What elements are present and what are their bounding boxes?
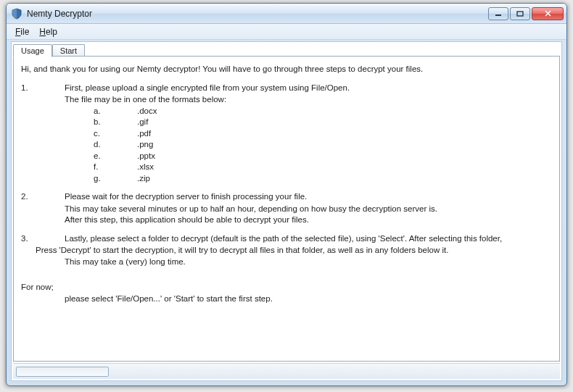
minimize-icon <box>495 11 502 17</box>
format-row: g..zip <box>65 173 552 185</box>
format-letter: f. <box>65 162 137 173</box>
format-letter: g. <box>65 173 137 185</box>
format-ext: .png <box>137 139 153 151</box>
window-controls <box>487 7 564 20</box>
format-letter: d. <box>65 139 137 151</box>
format-row: f..xlsx <box>65 162 552 173</box>
format-row: d..png <box>65 139 552 151</box>
step2-line1: Please wait for the decryption server to… <box>65 191 552 203</box>
format-ext: .xlsx <box>137 162 154 173</box>
step3-line1: Lastly, please select a folder to decryp… <box>65 233 552 245</box>
step3-line3: This may take a (very) long time. <box>21 257 552 268</box>
fornow-label: For now; <box>21 282 552 293</box>
step1-number: 1. <box>21 83 65 94</box>
app-shield-icon <box>11 8 22 20</box>
menubar: File Help <box>7 24 566 40</box>
format-row: c..pdf <box>65 128 552 140</box>
format-letter: a. <box>65 106 137 117</box>
step3-line2: Press 'Decrypt' to start the decryption,… <box>21 245 552 257</box>
menu-file[interactable]: File <box>11 25 33 38</box>
menu-help[interactable]: Help <box>35 25 62 38</box>
step2-number: 2. <box>21 191 65 203</box>
format-row: b..gif <box>65 117 552 128</box>
statusbar <box>13 363 560 379</box>
maximize-icon <box>516 11 524 17</box>
format-ext: .pptx <box>137 151 155 162</box>
progress-bar <box>16 367 109 377</box>
format-letter: b. <box>65 117 137 128</box>
titlebar[interactable]: Nemty Decryptor <box>7 4 566 24</box>
minimize-button[interactable] <box>488 7 508 20</box>
step1-line1: First, please upload a single encrypted … <box>65 83 552 94</box>
intro-text: Hi, and thank you for using our Nemty de… <box>21 64 552 75</box>
format-row: e..pptx <box>65 151 552 162</box>
step1-line2: The file may be in one of the formats be… <box>21 94 552 106</box>
svg-rect-0 <box>495 14 501 16</box>
format-ext: .zip <box>137 173 150 185</box>
tabstrip: Usage Start <box>12 42 561 57</box>
close-button[interactable] <box>532 7 564 20</box>
format-ext: .gif <box>137 117 148 128</box>
format-letter: c. <box>65 128 137 140</box>
maximize-button[interactable] <box>510 7 530 20</box>
step2-line3: After this step, this application should… <box>21 214 552 226</box>
app-window: Nemty Decryptor File Help Usage Start <box>6 3 567 386</box>
format-letter: e. <box>65 151 137 162</box>
window-title: Nemty Decryptor <box>27 9 487 19</box>
format-row: a..docx <box>65 106 552 117</box>
svg-rect-1 <box>517 12 523 16</box>
step3-number: 3. <box>21 233 65 245</box>
format-ext: .docx <box>137 106 157 117</box>
usage-content: Hi, and thank you for using our Nemty de… <box>13 57 560 362</box>
tab-usage[interactable]: Usage <box>13 44 52 57</box>
fornow-body: please select 'File/Open...' or 'Start' … <box>21 293 552 305</box>
client-area: Usage Start Hi, and thank you for using … <box>11 41 562 381</box>
format-ext: .pdf <box>137 128 151 140</box>
format-list: a..docxb..gifc..pdfd..pnge..pptxf..xlsxg… <box>21 106 552 185</box>
close-icon <box>544 10 552 17</box>
step2-line2: This may take several minutes or up to h… <box>21 204 552 215</box>
